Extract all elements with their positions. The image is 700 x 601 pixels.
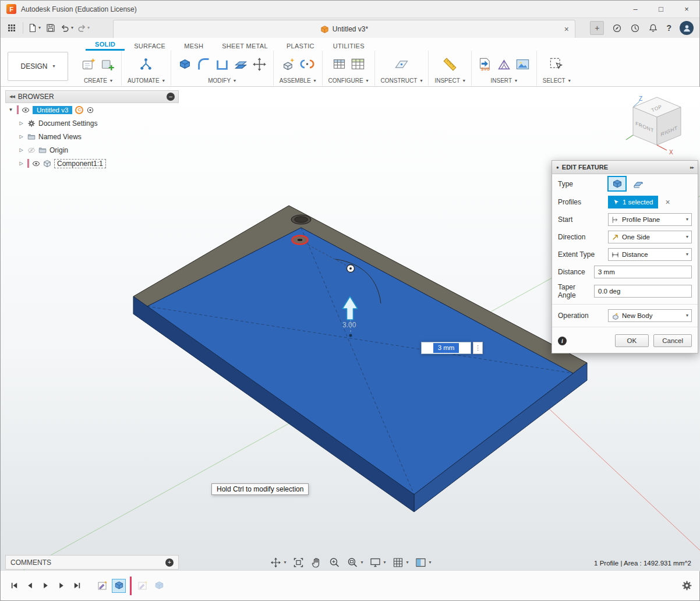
document-tab[interactable]: Untitled v3* ×: [113, 20, 575, 38]
taper-angle-input[interactable]: [594, 285, 692, 298]
browser-root-row[interactable]: ▼ Untitled v3 C: [5, 103, 179, 116]
browser-minimize-icon[interactable]: –: [167, 93, 175, 101]
timeline-sketch-feature-ghost[interactable]: [136, 579, 150, 593]
ok-button[interactable]: OK: [615, 334, 649, 347]
notifications-bell-icon[interactable]: [648, 23, 658, 33]
viewports-button[interactable]: ▾: [415, 557, 432, 568]
tab-solid[interactable]: SOLID: [86, 39, 125, 51]
timeline-settings-gear-icon[interactable]: [681, 580, 692, 591]
3d-viewport[interactable]: 3.00 ◀◀ BROWSER – ▼ Untitled v3 C ▷ Docu…: [1, 87, 700, 571]
avatar[interactable]: [680, 21, 694, 35]
fillet-icon[interactable]: [196, 56, 211, 72]
new-tab-button[interactable]: +: [590, 21, 604, 35]
insert-mesh-icon[interactable]: [496, 56, 512, 72]
dialog-collapse-icon[interactable]: ▸▸: [690, 165, 694, 170]
workspace-selector[interactable]: DESIGN ▾: [8, 52, 68, 81]
group-label-configure[interactable]: CONFIGURE▾: [328, 77, 369, 84]
close-window-button[interactable]: ×: [674, 1, 699, 17]
direction-select[interactable]: One Side ▾: [608, 231, 692, 243]
timeline-skip-start-button[interactable]: [8, 579, 20, 592]
dialog-header[interactable]: ● EDIT FEATURE ▸▸: [552, 161, 698, 174]
file-menu-button[interactable]: ▾: [28, 20, 41, 36]
distance-mini-input[interactable]: 3 mm: [421, 342, 471, 354]
select-icon[interactable]: [549, 56, 564, 72]
timeline-extrude-feature-selected[interactable]: [112, 579, 126, 593]
visibility-eye-icon[interactable]: [22, 106, 30, 114]
expander-open-icon[interactable]: ▼: [8, 107, 14, 112]
automate-icon[interactable]: [138, 56, 154, 72]
help-icon[interactable]: ?: [666, 23, 671, 33]
app-grid-icon[interactable]: [5, 20, 18, 36]
press-pull-icon[interactable]: [177, 56, 193, 72]
combine-icon[interactable]: [233, 56, 249, 72]
group-label-insert[interactable]: INSERT▾: [491, 77, 518, 84]
maximize-button[interactable]: □: [648, 1, 674, 17]
orbit-tool-button[interactable]: ▾: [270, 557, 286, 568]
browser-item-named-views[interactable]: ▷ Named Views: [5, 130, 179, 143]
timeline-step-forward-button[interactable]: [55, 579, 68, 592]
group-label-assemble[interactable]: ASSEMBLE▾: [280, 77, 316, 84]
visibility-off-eye-icon[interactable]: [27, 146, 36, 154]
fit-view-button[interactable]: [292, 557, 304, 568]
timeline-extrude-feature-ghost[interactable]: [152, 579, 166, 593]
create-sketch-icon[interactable]: [81, 56, 97, 72]
move-copy-icon[interactable]: [252, 56, 267, 72]
zoom-tool-button[interactable]: [328, 557, 340, 568]
info-icon[interactable]: i: [558, 337, 567, 345]
activate-target-icon[interactable]: [86, 106, 94, 114]
group-label-construct[interactable]: CONSTRUCT▾: [381, 77, 423, 84]
mini-input-menu-icon[interactable]: ⋮: [473, 342, 483, 354]
pan-tool-button[interactable]: [310, 557, 322, 568]
joint-icon[interactable]: [299, 56, 315, 72]
redo-button[interactable]: ▾: [77, 20, 90, 36]
tab-surface[interactable]: SURFACE: [125, 41, 175, 51]
minimize-button[interactable]: –: [623, 1, 648, 17]
comments-bar[interactable]: COMMENTS +: [5, 555, 179, 570]
display-settings-button[interactable]: ▾: [369, 557, 386, 568]
viewcube[interactable]: Z TOP FRONT RIGHT X: [624, 91, 692, 160]
construct-plane-icon[interactable]: [394, 56, 409, 72]
distance-input[interactable]: [594, 266, 692, 278]
measure-icon[interactable]: [442, 56, 458, 72]
browser-item-document-settings[interactable]: ▷ Document Settings: [5, 116, 179, 130]
group-label-inspect[interactable]: INSPECT▾: [434, 77, 465, 84]
group-label-automate[interactable]: AUTOMATE▾: [128, 77, 165, 84]
extrude-type-solid-button[interactable]: [608, 176, 626, 191]
extrude-type-thin-button[interactable]: [629, 176, 647, 191]
timeline-play-button[interactable]: [39, 579, 52, 592]
operation-select[interactable]: New Body ▾: [608, 309, 692, 322]
collapse-browser-icon[interactable]: ◀◀: [9, 94, 15, 99]
cancel-button[interactable]: Cancel: [653, 334, 692, 347]
new-component-icon[interactable]: [281, 56, 296, 72]
start-select[interactable]: Profile Plane ▾: [608, 213, 692, 226]
save-button[interactable]: [44, 20, 57, 36]
expand-comments-icon[interactable]: +: [165, 558, 174, 567]
create-base-feature-icon[interactable]: [100, 56, 115, 72]
expander-closed-icon[interactable]: ▷: [18, 147, 24, 153]
timeline-position-marker[interactable]: [130, 577, 132, 595]
configuration-icon[interactable]: [331, 56, 347, 72]
close-tab-icon[interactable]: ×: [564, 24, 569, 34]
browser-item-origin[interactable]: ▷ Origin: [5, 143, 179, 157]
undo-button[interactable]: ▾: [61, 20, 73, 36]
shell-icon[interactable]: [214, 56, 230, 72]
browser-item-component[interactable]: ▷ Component1:1: [5, 157, 179, 170]
extent-type-select[interactable]: Distance ▾: [608, 248, 692, 261]
canvas-icon[interactable]: [515, 56, 531, 72]
grid-settings-button[interactable]: ▾: [393, 557, 409, 568]
expander-closed-icon[interactable]: ▷: [18, 134, 24, 139]
profiles-selected-chip[interactable]: 1 selected: [608, 196, 658, 208]
configuration-table-icon[interactable]: [350, 56, 366, 72]
group-label-modify[interactable]: MODIFY▾: [208, 77, 236, 84]
tab-plastic[interactable]: PLASTIC: [277, 41, 324, 51]
visibility-eye-icon[interactable]: [32, 160, 40, 168]
expander-closed-icon[interactable]: ▷: [18, 161, 24, 166]
history-clock-icon[interactable]: [630, 23, 640, 33]
tab-mesh[interactable]: MESH: [175, 41, 213, 51]
expander-closed-icon[interactable]: ▷: [18, 121, 24, 126]
timeline-step-back-button[interactable]: [23, 579, 36, 592]
group-label-select[interactable]: SELECT▾: [543, 77, 571, 84]
timeline-sketch-feature[interactable]: [96, 579, 109, 593]
group-label-create[interactable]: CREATE▾: [84, 77, 112, 84]
root-document-label[interactable]: Untitled v3: [33, 106, 72, 114]
